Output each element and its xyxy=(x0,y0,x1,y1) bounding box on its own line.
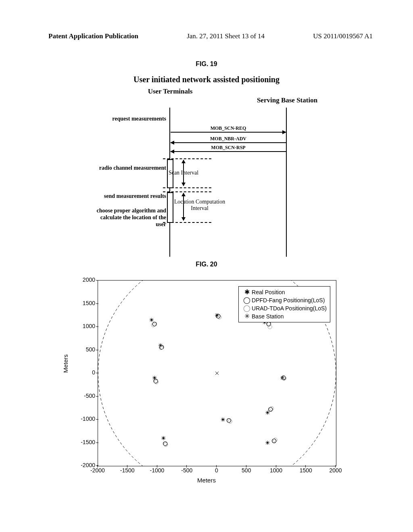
svg-point-14 xyxy=(154,377,155,379)
svg-point-29 xyxy=(163,437,164,439)
svg-point-68 xyxy=(270,406,274,410)
step-send-results: send measurement results xyxy=(94,193,166,200)
y-axis-label: Meters xyxy=(62,354,69,373)
legend-marker-real: ✱ xyxy=(242,289,252,295)
page-header: Patent Application Publication Jan. 27, … xyxy=(0,0,413,40)
dash-sep-4 xyxy=(163,222,211,223)
plot-area: ✱ Real Position ◯ DPFD-Fang Positioning(… xyxy=(98,280,336,466)
y-tick: -1500 xyxy=(77,439,95,445)
x-tick: -2000 xyxy=(88,467,108,474)
msg-mob-nbr-adv-label: MOB_NBR-ADV xyxy=(171,136,286,142)
legend-row-bs: ✳ Base Station xyxy=(242,312,327,320)
header-left: Patent Application Publication xyxy=(48,32,138,40)
loc-interval-label: Location Computation Interval xyxy=(165,199,234,212)
x-tick: 500 xyxy=(236,467,257,474)
dash-sep-3 xyxy=(163,191,211,192)
x-tick: 2000 xyxy=(325,467,346,474)
x-tick: 1500 xyxy=(296,467,316,474)
msg-mob-nbr-adv-arrow xyxy=(171,142,286,143)
fig19-title: User initiated network assisted position… xyxy=(0,75,413,84)
y-tick: 1500 xyxy=(77,300,95,306)
step-request-measurements: request measurements xyxy=(90,116,166,123)
y-tick: -1000 xyxy=(77,416,95,422)
legend-marker-dpfd: ◯ xyxy=(242,297,252,303)
x-tick: -500 xyxy=(177,467,197,474)
legend-row-dpfd: ◯ DPFD-Fang Positioning(LoS) xyxy=(242,296,327,304)
fig20-chart: Meters Meters ✱ Real Position ◯ DPFD-Fan… xyxy=(61,276,352,490)
x-tick: 0 xyxy=(206,467,227,474)
svg-point-59 xyxy=(272,439,276,443)
svg-point-69 xyxy=(273,438,277,442)
svg-point-49 xyxy=(267,442,268,444)
fig20-number: FIG. 20 xyxy=(0,261,413,268)
header-center: Jan. 27, 2011 Sheet 13 of 14 xyxy=(187,32,265,40)
step-radio-channel: radio channel measurement xyxy=(98,165,166,172)
svg-point-24 xyxy=(222,419,224,420)
msg-mob-scn-req-arrow xyxy=(171,132,286,133)
y-tick: 0 xyxy=(77,369,95,376)
svg-point-50 xyxy=(152,322,156,326)
legend-row-urad: ◯ URAD-TDoA Positioning(LoS) xyxy=(242,304,327,312)
x-tick: -1500 xyxy=(117,467,138,474)
svg-point-4 xyxy=(151,319,152,321)
svg-point-44 xyxy=(267,412,268,414)
fig19-sequence-diagram: User Terminals Serving Base Station requ… xyxy=(94,87,319,257)
dash-sep-2 xyxy=(163,187,211,188)
x-axis-label: Meters xyxy=(197,477,216,484)
legend: ✱ Real Position ◯ DPFD-Fang Positioning(… xyxy=(238,286,330,322)
x-tick: 1000 xyxy=(266,467,286,474)
svg-point-64 xyxy=(228,420,232,424)
msg-mob-scn-req-label: MOB_SCN-REQ xyxy=(171,125,286,131)
svg-point-63 xyxy=(217,315,221,319)
x-tick: -1000 xyxy=(147,467,167,474)
msg-mob-scn-rsp-arrow xyxy=(171,151,286,152)
y-tick: 500 xyxy=(77,346,95,353)
legend-marker-bs: ✳ xyxy=(242,313,252,320)
y-tick: 1000 xyxy=(77,323,95,329)
header-right: US 2011/0019567 A1 xyxy=(313,32,373,40)
msg-mob-scn-rsp-label: MOB_SCN-RSP xyxy=(171,145,286,151)
scan-interval-label: Scan Interval xyxy=(165,170,202,176)
legend-row-real: ✱ Real Position xyxy=(242,288,327,296)
y-tick: -500 xyxy=(77,393,95,399)
legend-marker-urad: ◯ xyxy=(242,305,252,312)
actor-user-terminals: User Terminals xyxy=(138,87,202,96)
step-choose-algorithm: choose proper algorithm and calculate th… xyxy=(90,208,166,228)
actor-serving-bs: Serving Base Station xyxy=(251,96,323,104)
svg-point-58 xyxy=(269,407,273,411)
fig19-number: FIG. 19 xyxy=(0,60,413,68)
y-tick: 2000 xyxy=(77,276,95,283)
svg-point-54 xyxy=(227,418,231,422)
svg-point-60 xyxy=(151,323,155,327)
